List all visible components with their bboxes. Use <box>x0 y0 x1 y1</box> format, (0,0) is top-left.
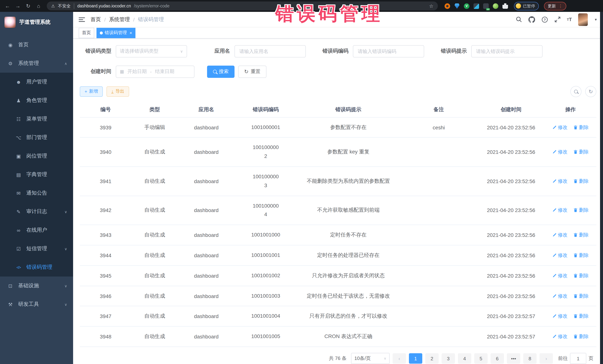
chevron-down-icon[interactable]: ▼ <box>594 18 597 21</box>
edit-link[interactable]: 修改 <box>552 252 568 259</box>
sidebar-item-system[interactable]: ⚙系统管理∧ <box>0 54 73 73</box>
tag-error-code[interactable]: 错误码管理× <box>96 28 135 38</box>
window-scrollbar[interactable] <box>600 12 603 364</box>
font-size-icon[interactable]: TT <box>567 17 572 22</box>
cell-app-name: dashboard <box>178 326 235 347</box>
add-button[interactable]: + 新增 <box>80 86 103 97</box>
refresh-table-button[interactable]: ↻ <box>585 86 596 97</box>
avatar[interactable] <box>578 13 588 26</box>
sidebar-item-infrastructure[interactable]: ⊡基础设施∨ <box>0 276 73 295</box>
sidebar-item-post[interactable]: ▣岗位管理 <box>0 147 73 165</box>
edit-link[interactable]: 修改 <box>552 207 568 214</box>
next-page-button[interactable]: › <box>540 353 553 364</box>
tag-home[interactable]: 首页 <box>79 28 94 38</box>
trash-icon <box>573 294 578 298</box>
page-button-1[interactable]: 1 <box>409 353 422 364</box>
sidebar-item-notice[interactable]: ✉通知公告 <box>0 184 73 202</box>
page-button-3[interactable]: 3 <box>441 353 455 364</box>
page-button-4[interactable]: 4 <box>458 353 471 364</box>
reload-icon[interactable]: ↻ <box>24 1 33 10</box>
extensions-puzzle-icon[interactable] <box>502 3 508 9</box>
extension-icon[interactable] <box>474 3 479 9</box>
error-code-input[interactable] <box>357 48 420 54</box>
cell-type: 自动生成 <box>131 225 178 245</box>
bookmark-star-icon[interactable]: ☆ <box>429 3 433 9</box>
sidebar-item-dev-tools[interactable]: ⚒研发工具∨ <box>0 295 73 314</box>
edit-link[interactable]: 修改 <box>552 313 568 320</box>
delete-link[interactable]: 删除 <box>573 333 589 340</box>
app-name-input[interactable] <box>239 48 302 54</box>
search-button[interactable]: 搜索 <box>207 66 234 78</box>
delete-link[interactable]: 删除 <box>573 178 589 185</box>
delete-link[interactable]: 删除 <box>573 272 589 279</box>
edit-link[interactable]: 修改 <box>552 272 568 279</box>
back-icon[interactable]: ← <box>3 1 12 10</box>
edit-link[interactable]: 修改 <box>552 178 568 185</box>
edit-link[interactable]: 修改 <box>552 124 568 131</box>
kebab-menu-icon[interactable]: ⋮ <box>558 3 563 8</box>
browser-update-button[interactable]: 更新 ⋮ <box>544 2 566 10</box>
extension-icon[interactable] <box>493 3 498 9</box>
edit-link[interactable]: 修改 <box>552 232 568 238</box>
search-icon[interactable] <box>516 16 522 22</box>
goto-page-input[interactable] <box>570 353 586 364</box>
delete-link[interactable]: 删除 <box>573 149 589 155</box>
browser-profile-chip[interactable]: 已暂停 <box>514 2 539 10</box>
sidebar-item-online-user[interactable]: ∞在线用户 <box>0 221 73 240</box>
breadcrumb-item[interactable]: 首页 <box>91 16 101 23</box>
delete-link[interactable]: 删除 <box>573 232 589 238</box>
sidebar-item-error-code[interactable]: </>错误码管理 <box>0 258 73 276</box>
sidebar-item-home[interactable]: ◉首页 <box>0 36 73 54</box>
sidebar-item-label: 首页 <box>18 42 29 48</box>
delete-link[interactable]: 删除 <box>573 124 589 131</box>
close-icon[interactable]: × <box>129 30 132 35</box>
cell-id: 3943 <box>80 225 131 245</box>
sidebar-item-dictionary[interactable]: ▤字典管理 <box>0 165 73 184</box>
page-button-2[interactable]: 2 <box>425 353 439 364</box>
extension-icon[interactable] <box>445 3 450 9</box>
delete-link[interactable]: 删除 <box>573 313 589 320</box>
github-icon[interactable] <box>528 16 535 23</box>
sidebar-item-sms[interactable]: ☑短信管理∨ <box>0 240 73 258</box>
fullscreen-icon[interactable] <box>554 16 560 22</box>
sidebar-item-user[interactable]: ☻用户管理 <box>0 73 73 91</box>
page-size-select[interactable]: 10条/页 ∨ <box>351 353 390 364</box>
extension-on-icon[interactable] <box>483 3 489 9</box>
column-header: 备注 <box>400 102 477 117</box>
hamburger-icon[interactable] <box>79 17 85 22</box>
error-hint-input[interactable] <box>475 48 538 54</box>
cell-create-time: 2021-04-20 23:52:56 <box>477 286 545 306</box>
sidebar-item-audit-log[interactable]: ✎审计日志∨ <box>0 202 73 221</box>
extension-icon[interactable]: V <box>464 3 469 9</box>
address-bar[interactable]: ⚠ 不安全 dashboard.yudao.iocoder.cn/system/… <box>47 1 438 10</box>
extension-icon[interactable] <box>454 3 460 9</box>
sidebar-item-menu[interactable]: ☷菜单管理 <box>0 110 73 128</box>
reset-button[interactable]: ↻ 重置 <box>238 66 266 78</box>
edit-pencil-icon <box>552 208 557 213</box>
page-button-6[interactable]: 6 <box>491 353 504 364</box>
edit-link[interactable]: 修改 <box>552 293 568 299</box>
download-icon: ↓ <box>111 88 114 94</box>
home-icon[interactable]: ⌂ <box>34 1 43 10</box>
date-range-picker[interactable]: ▦ 开始日期 - 结束日期 <box>116 66 195 78</box>
delete-link[interactable]: 删除 <box>573 293 589 299</box>
cell-remark <box>400 265 477 286</box>
breadcrumb-item[interactable]: 系统管理 <box>109 16 130 23</box>
delete-link[interactable]: 删除 <box>573 252 589 259</box>
error-type-select[interactable]: 请选择错误码类型 ∨ <box>116 45 187 57</box>
delete-link[interactable]: 删除 <box>573 207 589 214</box>
column-header: 操作 <box>545 102 596 117</box>
more-pages-button[interactable]: ••• <box>507 353 520 364</box>
export-button[interactable]: ↓ 导出 <box>106 86 129 97</box>
edit-link[interactable]: 修改 <box>552 149 568 155</box>
help-icon[interactable]: ? <box>541 16 548 23</box>
sidebar-logo-row[interactable]: 芋道管理系统 <box>0 12 73 33</box>
edit-link[interactable]: 修改 <box>552 333 568 340</box>
sidebar-item-role[interactable]: ♟角色管理 <box>0 91 73 110</box>
page-button-8[interactable]: 8 <box>523 353 537 364</box>
forward-icon[interactable]: → <box>13 1 22 10</box>
sidebar-item-department[interactable]: ⌥部门管理 <box>0 128 73 147</box>
show-search-button[interactable] <box>570 86 581 97</box>
page-button-5[interactable]: 5 <box>474 353 487 364</box>
prev-page-button[interactable]: ‹ <box>393 353 406 364</box>
